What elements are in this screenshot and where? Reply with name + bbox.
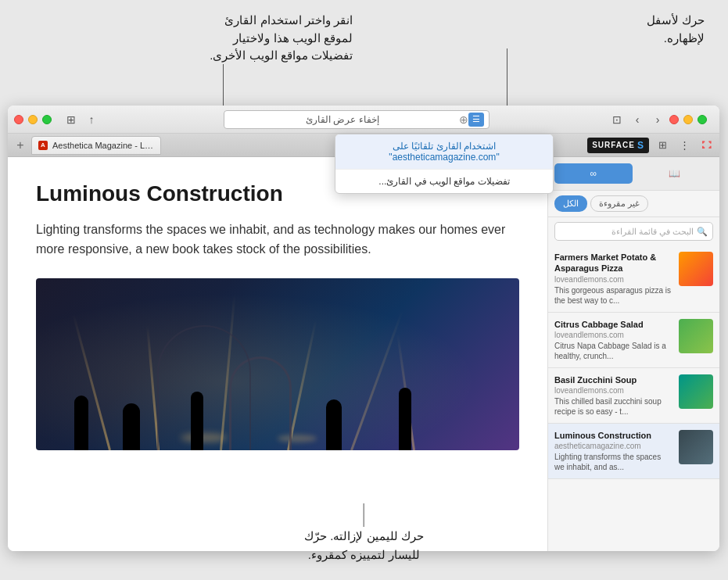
forward-icon[interactable]: › [649, 111, 666, 128]
traffic-lights [14, 115, 52, 124]
back-icon[interactable]: ‹ [629, 111, 646, 128]
window-controls-right [669, 115, 707, 124]
reader-auto-item[interactable]: اشتخدام القارئ تلقائيًا على "aestheticam… [335, 134, 553, 170]
surface-badge[interactable]: SURFACE S [587, 138, 649, 153]
bottom-callout-text: حرك لليمين لإزالته. حرّك لليسار لتمييزه … [304, 527, 424, 564]
reading-item-2[interactable]: Basil Zucchini Soup loveandlemons.com Th… [548, 368, 719, 424]
reader-prefs-item[interactable]: تفضيلات مواقع الويب في القارئ... [335, 170, 553, 193]
article-content: Luminous Construction Lighting transform… [8, 157, 547, 551]
share-icon[interactable]: ↑ [83, 111, 100, 128]
tab-bar-right: SURFACE S ⊞ ⋮ ⛚ [587, 137, 715, 154]
thumb-2 [679, 374, 713, 409]
top-left-callout: انقر واختر استخدام القارئ لموقع الويب هذ… [16, 12, 353, 65]
silhouette-1 [74, 396, 88, 450]
arch-2 [157, 325, 251, 450]
surface-s: S [637, 140, 644, 151]
grid-view-icon[interactable]: ⊞ [654, 137, 671, 154]
reader-view-button[interactable]: ☰ [468, 113, 484, 127]
right-nav: ⊡ ‹ › [608, 111, 666, 128]
nav-icons: ⊞ ↑ [63, 111, 100, 128]
tab-label: Aesthetica Magazine - Lumino... [52, 141, 154, 150]
filter-all[interactable]: الكل [554, 195, 587, 212]
browser-window: ⊞ ↑ Aa إخفاء عرض القارئ ⊕ ☰ اشتخدام القا… [8, 106, 719, 551]
right-callout-line [507, 48, 507, 107]
silhouette-4 [326, 399, 342, 450]
minimize-icon-right[interactable] [683, 115, 693, 124]
tab-aesthetica[interactable]: A Aesthetica Magazine - Lumino... [31, 136, 161, 155]
thumb-1 [679, 319, 713, 353]
reading-item-0[interactable]: Farmers Market Potato & Asparagus Pizza … [548, 245, 719, 313]
article-body: Lighting transforms the spaces we inhabi… [36, 220, 519, 260]
reading-list: Farmers Market Potato & Asparagus Pizza … [548, 245, 719, 551]
new-tab-button[interactable]: + [13, 138, 28, 153]
reader-sidebar: ∞ 📖 الكل غير مقروءة 🔍 البحث في قائمة الق… [547, 157, 719, 551]
address-plus-icon: ⊕ [459, 113, 468, 126]
expand-icon-right[interactable] [698, 115, 707, 124]
bottom-callout: حرك لليمين لإزالته. حرّك لليسار لتمييزه … [304, 503, 424, 564]
sidebar-tab-bookmarks[interactable]: ∞ [554, 163, 633, 184]
sidebar-tab-reading[interactable]: 📖 [636, 163, 714, 184]
infinity-icon: ∞ [590, 168, 597, 179]
minimize-button[interactable] [28, 115, 38, 124]
maximize-button[interactable] [42, 115, 52, 124]
address-text: إخفاء عرض القارئ [229, 114, 456, 125]
sidebar-tabs: ∞ 📖 [548, 157, 719, 191]
thumb-0 [679, 252, 713, 286]
tab-share-icon[interactable]: ⛚ [698, 137, 715, 154]
filter-unread[interactable]: غير مقروءة [590, 195, 648, 212]
close-button[interactable] [14, 115, 23, 124]
address-bar[interactable]: إخفاء عرض القارئ ⊕ ☰ [224, 110, 490, 129]
silhouette-2 [123, 403, 140, 450]
sidebar-panel-icon[interactable]: ⊡ [608, 111, 626, 128]
tab-grid-icon[interactable]: ⋮ [676, 137, 693, 154]
bottom-callout-line [364, 503, 364, 527]
silhouette-5 [399, 388, 411, 450]
address-bar-area: Aa إخفاء عرض القارئ ⊕ ☰ اشتخدام القارئ ت… [105, 110, 608, 129]
top-right-callout: حرك لأسفل لإظهاره. [647, 12, 705, 47]
reader-dropdown: اشتخدام القارئ تلقائيًا على "aestheticam… [335, 134, 554, 194]
reading-item-3[interactable]: Luminous Construction aestheticamagazine… [548, 424, 719, 479]
filter-row: الكل غير مقروءة [548, 191, 719, 217]
sidebar-toggle-icon[interactable]: ⊞ [63, 111, 80, 128]
article-image [36, 278, 519, 450]
close-icon-right[interactable] [669, 115, 679, 124]
book-icon: 📖 [669, 168, 680, 179]
left-callout-line [223, 64, 224, 106]
sidebar-search[interactable]: 🔍 البحث في قائمة القراءة [554, 222, 713, 241]
title-bar: ⊞ ↑ Aa إخفاء عرض القارئ ⊕ ☰ اشتخدام القا… [8, 106, 719, 134]
tab-favicon: A [38, 141, 48, 150]
search-icon: 🔍 [697, 227, 708, 237]
reading-item-1[interactable]: Citrus Cabbage Salad loveandlemons.com C… [548, 313, 719, 368]
content-area: Luminous Construction Lighting transform… [8, 157, 719, 551]
surface-label: SURFACE [592, 141, 635, 149]
thumb-3 [679, 430, 713, 464]
